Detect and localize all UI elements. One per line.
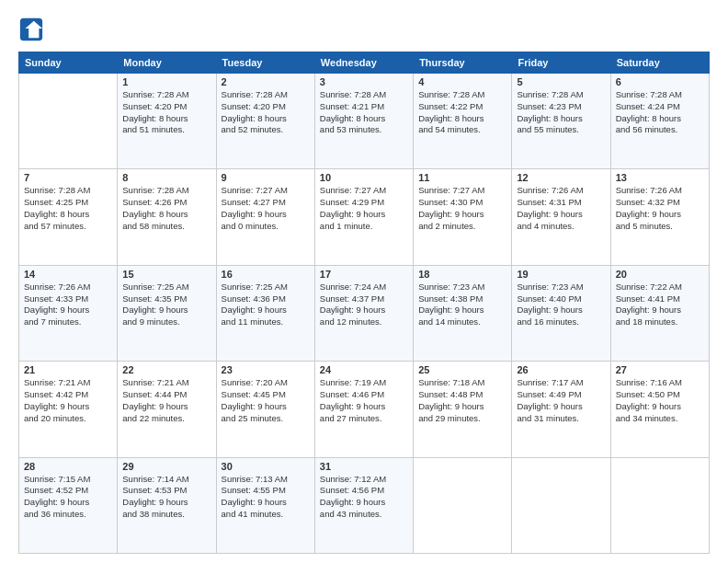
day-info: Sunrise: 7:27 AMSunset: 4:30 PMDaylight:… (418, 185, 506, 232)
calendar-cell: 8Sunrise: 7:28 AMSunset: 4:26 PMDaylight… (118, 169, 216, 265)
page: SundayMondayTuesdayWednesdayThursdayFrid… (0, 0, 728, 563)
weekday-header-cell: Wednesday (314, 52, 413, 74)
calendar-cell: 14Sunrise: 7:26 AMSunset: 4:33 PMDayligh… (19, 265, 118, 361)
calendar-cell: 6Sunrise: 7:28 AMSunset: 4:24 PMDaylight… (610, 74, 709, 169)
day-number: 30 (222, 461, 310, 472)
calendar-cell: 21Sunrise: 7:21 AMSunset: 4:42 PMDayligh… (19, 362, 118, 457)
day-info: Sunrise: 7:22 AMSunset: 4:41 PMDaylight:… (616, 282, 704, 328)
day-info: Sunrise: 7:25 AMSunset: 4:36 PMDaylight:… (222, 282, 310, 328)
calendar-cell (512, 457, 610, 553)
calendar-cell: 28Sunrise: 7:15 AMSunset: 4:52 PMDayligh… (19, 457, 118, 553)
calendar-cell: 30Sunrise: 7:13 AMSunset: 4:55 PMDayligh… (216, 457, 314, 553)
day-info: Sunrise: 7:24 AMSunset: 4:37 PMDaylight:… (320, 282, 408, 328)
day-info: Sunrise: 7:15 AMSunset: 4:52 PMDaylight:… (24, 474, 112, 521)
calendar-cell: 27Sunrise: 7:16 AMSunset: 4:50 PMDayligh… (610, 362, 709, 457)
logo (18, 17, 48, 42)
calendar-cell: 19Sunrise: 7:23 AMSunset: 4:40 PMDayligh… (512, 265, 610, 361)
calendar-cell: 10Sunrise: 7:27 AMSunset: 4:29 PMDayligh… (314, 169, 413, 265)
day-info: Sunrise: 7:17 AMSunset: 4:49 PMDaylight:… (517, 377, 605, 424)
day-number: 25 (418, 364, 506, 375)
calendar-cell: 18Sunrise: 7:23 AMSunset: 4:38 PMDayligh… (414, 265, 512, 361)
weekday-header-cell: Thursday (414, 52, 512, 74)
day-info: Sunrise: 7:16 AMSunset: 4:50 PMDaylight:… (616, 377, 704, 424)
day-number: 19 (517, 269, 605, 280)
day-info: Sunrise: 7:28 AMSunset: 4:22 PMDaylight:… (418, 89, 506, 136)
calendar-cell: 16Sunrise: 7:25 AMSunset: 4:36 PMDayligh… (216, 265, 314, 361)
calendar-table: SundayMondayTuesdayWednesdayThursdayFrid… (18, 52, 710, 554)
day-number: 26 (517, 364, 605, 375)
day-number: 7 (24, 172, 112, 183)
day-info: Sunrise: 7:21 AMSunset: 4:42 PMDaylight:… (24, 377, 112, 424)
day-number: 3 (320, 76, 408, 87)
day-info: Sunrise: 7:28 AMSunset: 4:24 PMDaylight:… (616, 89, 704, 136)
day-number: 12 (517, 172, 605, 183)
day-number: 9 (222, 172, 310, 183)
calendar-week-row: 1Sunrise: 7:28 AMSunset: 4:20 PMDaylight… (19, 74, 710, 169)
day-number: 21 (24, 364, 112, 375)
day-number: 24 (320, 364, 408, 375)
day-number: 2 (222, 76, 310, 87)
logo-icon (18, 17, 44, 42)
day-number: 15 (122, 269, 210, 280)
day-info: Sunrise: 7:28 AMSunset: 4:21 PMDaylight:… (320, 89, 408, 136)
calendar-week-row: 14Sunrise: 7:26 AMSunset: 4:33 PMDayligh… (19, 265, 710, 361)
day-info: Sunrise: 7:27 AMSunset: 4:29 PMDaylight:… (320, 185, 408, 232)
day-info: Sunrise: 7:25 AMSunset: 4:35 PMDaylight:… (122, 282, 210, 328)
calendar-week-row: 7Sunrise: 7:28 AMSunset: 4:25 PMDaylight… (19, 169, 710, 265)
calendar-cell: 12Sunrise: 7:26 AMSunset: 4:31 PMDayligh… (512, 169, 610, 265)
calendar-cell (414, 457, 512, 553)
day-number: 4 (418, 76, 506, 87)
calendar-cell: 11Sunrise: 7:27 AMSunset: 4:30 PMDayligh… (414, 169, 512, 265)
day-info: Sunrise: 7:26 AMSunset: 4:32 PMDaylight:… (616, 185, 704, 232)
day-number: 18 (418, 269, 506, 280)
day-number: 6 (616, 76, 704, 87)
calendar-cell: 25Sunrise: 7:18 AMSunset: 4:48 PMDayligh… (414, 362, 512, 457)
day-info: Sunrise: 7:23 AMSunset: 4:38 PMDaylight:… (418, 282, 506, 328)
weekday-header-cell: Monday (118, 52, 216, 74)
day-number: 13 (616, 172, 704, 183)
day-number: 16 (222, 269, 310, 280)
day-number: 14 (24, 269, 112, 280)
header (18, 17, 710, 42)
day-number: 10 (320, 172, 408, 183)
day-info: Sunrise: 7:28 AMSunset: 4:26 PMDaylight:… (122, 185, 210, 232)
calendar-cell: 20Sunrise: 7:22 AMSunset: 4:41 PMDayligh… (610, 265, 709, 361)
day-info: Sunrise: 7:21 AMSunset: 4:44 PMDaylight:… (122, 377, 210, 424)
day-info: Sunrise: 7:28 AMSunset: 4:25 PMDaylight:… (24, 185, 112, 232)
weekday-header-cell: Sunday (19, 52, 118, 74)
calendar-week-row: 28Sunrise: 7:15 AMSunset: 4:52 PMDayligh… (19, 457, 710, 553)
calendar-cell: 13Sunrise: 7:26 AMSunset: 4:32 PMDayligh… (610, 169, 709, 265)
day-number: 11 (418, 172, 506, 183)
day-info: Sunrise: 7:27 AMSunset: 4:27 PMDaylight:… (222, 185, 310, 232)
day-info: Sunrise: 7:26 AMSunset: 4:31 PMDaylight:… (517, 185, 605, 232)
calendar-cell: 15Sunrise: 7:25 AMSunset: 4:35 PMDayligh… (118, 265, 216, 361)
day-info: Sunrise: 7:12 AMSunset: 4:56 PMDaylight:… (320, 474, 408, 521)
calendar-cell: 3Sunrise: 7:28 AMSunset: 4:21 PMDaylight… (314, 74, 413, 169)
calendar-cell: 7Sunrise: 7:28 AMSunset: 4:25 PMDaylight… (19, 169, 118, 265)
day-info: Sunrise: 7:26 AMSunset: 4:33 PMDaylight:… (24, 282, 112, 328)
calendar-cell: 31Sunrise: 7:12 AMSunset: 4:56 PMDayligh… (314, 457, 413, 553)
day-number: 17 (320, 269, 408, 280)
calendar-cell: 4Sunrise: 7:28 AMSunset: 4:22 PMDaylight… (414, 74, 512, 169)
weekday-header-row: SundayMondayTuesdayWednesdayThursdayFrid… (19, 52, 710, 74)
day-number: 5 (517, 76, 605, 87)
day-number: 22 (122, 364, 210, 375)
calendar-cell: 23Sunrise: 7:20 AMSunset: 4:45 PMDayligh… (216, 362, 314, 457)
day-info: Sunrise: 7:13 AMSunset: 4:55 PMDaylight:… (222, 474, 310, 521)
day-info: Sunrise: 7:28 AMSunset: 4:20 PMDaylight:… (122, 89, 210, 136)
day-number: 27 (616, 364, 704, 375)
day-number: 20 (616, 269, 704, 280)
calendar-body: 1Sunrise: 7:28 AMSunset: 4:20 PMDaylight… (19, 74, 710, 554)
calendar-cell: 29Sunrise: 7:14 AMSunset: 4:53 PMDayligh… (118, 457, 216, 553)
day-number: 23 (222, 364, 310, 375)
weekday-header-cell: Friday (512, 52, 610, 74)
day-info: Sunrise: 7:20 AMSunset: 4:45 PMDaylight:… (222, 377, 310, 424)
weekday-header-cell: Tuesday (216, 52, 314, 74)
calendar-cell: 5Sunrise: 7:28 AMSunset: 4:23 PMDaylight… (512, 74, 610, 169)
calendar-cell (19, 74, 118, 169)
calendar-cell (610, 457, 709, 553)
weekday-header-cell: Saturday (610, 52, 709, 74)
calendar-cell: 2Sunrise: 7:28 AMSunset: 4:20 PMDaylight… (216, 74, 314, 169)
calendar-cell: 24Sunrise: 7:19 AMSunset: 4:46 PMDayligh… (314, 362, 413, 457)
day-info: Sunrise: 7:23 AMSunset: 4:40 PMDaylight:… (517, 282, 605, 328)
